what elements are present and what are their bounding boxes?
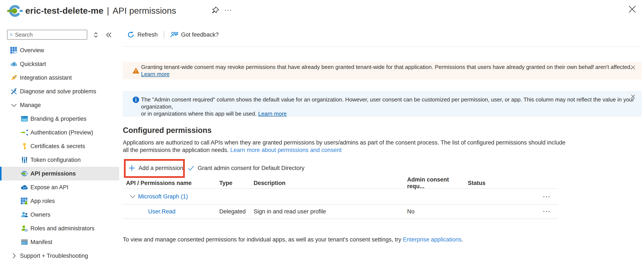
sidebar-item-manifest[interactable]: { } Manifest	[0, 235, 119, 249]
cell-description: Sign in and read user profile	[254, 208, 407, 215]
sidebar-item-label: Diagnose and solve problems	[20, 88, 96, 95]
blade-header: eric-test-delete-me | API permissions	[0, 0, 644, 21]
grant-admin-consent-button[interactable]: Grant admin consent for Default Director…	[187, 163, 304, 173]
row-menu-icon[interactable]	[543, 196, 550, 198]
collapse-sidebar-icon[interactable]	[105, 31, 112, 38]
cell-type: Delegated	[219, 208, 254, 215]
api-permissions-icon	[21, 170, 28, 177]
sidebar-item-certificates[interactable]: Certificates & secrets	[0, 139, 119, 153]
checkmark-icon	[187, 164, 195, 172]
tools-icon	[10, 88, 18, 95]
content-divider	[123, 46, 642, 47]
svg-text:www: www	[22, 119, 27, 121]
sidebar-item-expose-an-api[interactable]: Expose an API	[0, 180, 119, 194]
sidebar-group-manage[interactable]: Manage	[0, 98, 119, 112]
section-description: Applications are authorized to call APIs…	[123, 139, 566, 154]
page-title: eric-test-delete-me | API permissions	[25, 0, 176, 21]
overview-icon	[10, 47, 18, 54]
sidebar-item-api-permissions[interactable]: API permissions	[0, 167, 119, 180]
feedback-label: Got feedback?	[181, 31, 219, 38]
sidebar-item-authentication[interactable]: Authentication (Preview)	[0, 126, 119, 139]
sign-in-icon	[21, 129, 28, 136]
chevron-down-icon	[10, 102, 18, 109]
table-row[interactable]: User.Read Delegated Sign in and read use…	[123, 204, 558, 219]
sidebar-item-label: Overview	[20, 47, 44, 54]
row-menu-icon[interactable]	[543, 210, 550, 213]
info-banner: The "Admin consent required" column show…	[123, 91, 642, 117]
people-icon	[21, 211, 28, 218]
add-permission-label: Add a permission	[138, 165, 183, 171]
column-header: Description	[254, 180, 407, 186]
table-group-row[interactable]: Microsoft Graph (1)	[123, 189, 558, 204]
search-box[interactable]	[7, 30, 87, 40]
description-line1: Applications are authorized to call APIs…	[123, 139, 566, 146]
feedback-button[interactable]: Got feedback?	[170, 31, 219, 39]
sidebar-item-label: Expose an API	[30, 184, 68, 191]
info-learn-more-link[interactable]: Learn more	[258, 111, 287, 117]
info-text: The "Admin consent required" column show…	[141, 96, 642, 117]
sidebar-item-owners[interactable]: Owners	[0, 208, 119, 222]
expand-collapse-icon[interactable]	[92, 31, 100, 38]
main-content: Refresh Got feedback? Granting tenant-wi…	[123, 21, 644, 274]
warning-message: Granting tenant-wide consent may revoke …	[141, 64, 632, 70]
sidebar-item-branding[interactable]: www Branding & properties	[0, 112, 119, 126]
command-bar: Refresh Got feedback?	[127, 29, 219, 40]
api-group-link[interactable]: Microsoft Graph (1)	[138, 193, 188, 200]
sidebar-group-label: Manage	[20, 102, 41, 109]
footer-suffix: .	[462, 236, 463, 243]
refresh-button[interactable]: Refresh	[127, 31, 158, 38]
column-header: Type	[219, 180, 254, 186]
cell-admin-consent: No	[407, 208, 468, 215]
sidebar-item-quickstart[interactable]: Quickstart	[0, 57, 119, 71]
rocket-icon	[10, 74, 18, 81]
info-message-line2: or in organizations where this app will …	[141, 111, 256, 117]
pin-icon[interactable]	[212, 6, 220, 14]
section-heading: Configured permissions	[123, 126, 212, 135]
sidebar-item-label: Quickstart	[20, 61, 46, 67]
warning-close-icon[interactable]	[630, 64, 636, 70]
warning-text: Granting tenant-wide consent may revoke …	[141, 62, 642, 79]
chevron-right-icon	[10, 252, 18, 260]
title-separator: |	[107, 6, 109, 16]
close-icon[interactable]	[627, 4, 637, 14]
info-circle-icon	[132, 96, 140, 103]
sidebar-item-token-configuration[interactable]: Token configuration	[0, 153, 119, 167]
plus-icon	[128, 164, 136, 172]
warning-learn-more-link[interactable]: Learn more	[141, 71, 170, 77]
sidebar-item-diagnose[interactable]: Diagnose and solve problems	[0, 85, 119, 98]
enterprise-applications-link[interactable]: Enterprise applications	[403, 236, 461, 243]
sidebar-item-label: Manifest	[30, 239, 52, 246]
grid-person-icon	[21, 197, 28, 205]
sidebar-item-app-roles[interactable]: App roles	[0, 194, 119, 208]
refresh-label: Refresh	[138, 31, 158, 38]
table-header: API / Permissions name Type Description …	[123, 178, 558, 189]
more-actions-icon[interactable]	[224, 7, 234, 14]
sidebar-item-roles-and-administrators[interactable]: Roles and administrators	[0, 222, 119, 235]
column-header: Status	[468, 180, 558, 186]
sidebar-item-label: Authentication (Preview)	[30, 129, 93, 136]
sidebar-item-label: Owners	[30, 212, 50, 218]
add-permission-button[interactable]: Add a permission	[128, 163, 183, 173]
sidebar-item-label: Certificates & secrets	[30, 143, 85, 150]
sidebar-item-integration-assistant[interactable]: Integration assistant	[0, 71, 119, 85]
browser-window-icon: www	[21, 115, 28, 123]
sidebar: Overview Quickstart Integration assistan…	[0, 21, 119, 274]
sidebar-item-label: Branding & properties	[30, 116, 86, 122]
sidebar-group-support[interactable]: Support + Troubleshooting	[0, 249, 119, 263]
sidebar-item-label: Token configuration	[30, 157, 80, 163]
person-feedback-icon	[170, 31, 178, 39]
search-icon	[10, 32, 13, 38]
admin-person-cube-icon	[21, 225, 28, 232]
permission-link[interactable]: User.Read	[148, 208, 219, 215]
info-close-icon[interactable]	[630, 94, 636, 100]
app-registration-icon	[7, 3, 23, 19]
column-header: API / Permissions name	[126, 180, 219, 186]
chevron-down-icon[interactable]	[130, 193, 136, 200]
grant-admin-consent-label: Grant admin consent for Default Director…	[198, 165, 304, 171]
sidebar-group-label: Support + Troubleshooting	[20, 253, 88, 259]
page-name: API permissions	[112, 6, 176, 16]
sidebar-item-overview[interactable]: Overview	[0, 43, 119, 57]
search-input[interactable]	[15, 30, 87, 39]
sidebar-item-label: Integration assistant	[20, 75, 72, 81]
permissions-consent-link[interactable]: Learn more about permissions and consent	[230, 147, 342, 153]
